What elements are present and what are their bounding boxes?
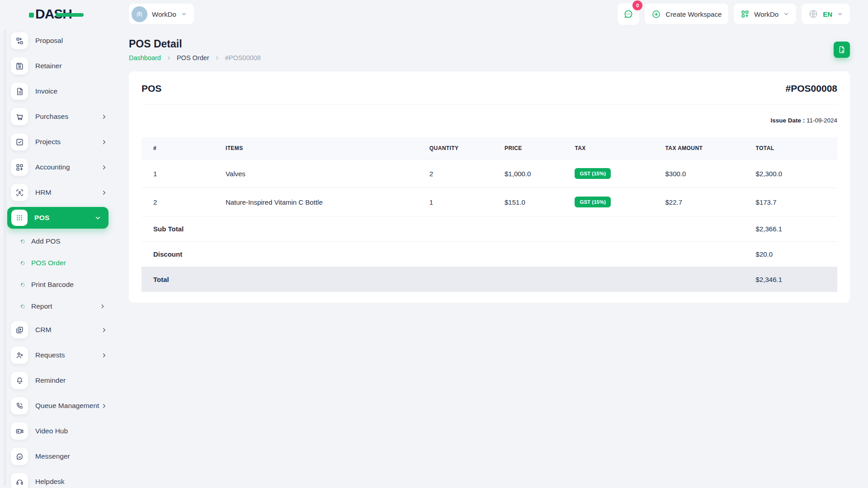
sidebar-item-hrm[interactable]: HRM: [0, 180, 118, 205]
cell-tax-amount: $300.0: [660, 160, 750, 188]
messages-button[interactable]: 0: [618, 3, 639, 25]
column-header-total: TOTAL: [750, 137, 837, 160]
sidebar-item-invoice[interactable]: Invoice: [0, 79, 118, 104]
chevron-down-icon: [94, 215, 101, 221]
sidebar-item-requests[interactable]: Requests: [0, 343, 118, 368]
chevron-right-icon: [101, 403, 108, 409]
projects-checkbox-icon: [11, 133, 28, 150]
create-workspace-button[interactable]: Create Workspace: [645, 4, 728, 24]
breadcrumb-dashboard-link[interactable]: Dashboard: [129, 54, 161, 61]
sidebar-item-pos-active[interactable]: POS: [7, 207, 108, 229]
sidebar-item-reminder[interactable]: Reminder: [0, 368, 118, 393]
issue-date-label: Issue Date :: [770, 117, 805, 124]
video-camera-icon: [11, 422, 28, 440]
breadcrumb-separator-icon: [214, 55, 220, 61]
chevron-right-icon: [101, 189, 108, 196]
globe-icon: [808, 9, 818, 19]
chevron-down-icon: [181, 11, 187, 17]
discount-label: Discount: [142, 242, 750, 267]
sidebar-scrollbar[interactable]: [4, 30, 6, 486]
sidebar-subitem-label: Add POS: [31, 237, 106, 245]
chevron-right-icon: [99, 303, 106, 310]
chevron-down-icon: [783, 11, 789, 17]
logo-dot-icon: [29, 13, 34, 18]
plus-circle-icon: [651, 9, 661, 19]
chevron-right-icon: [101, 113, 108, 120]
table-row: 1 Valves 2 $1,000.0 GST (15%) $300.0 $2,…: [142, 160, 837, 188]
create-workspace-label: Create Workspace: [665, 10, 722, 18]
user-plus-icon: [11, 347, 28, 364]
sidebar-subitem-label: POS Order: [31, 259, 106, 267]
sidebar-item-label: Accounting: [35, 163, 101, 171]
sidebar-item-accounting[interactable]: Accounting: [0, 155, 118, 180]
retainer-save-icon: [11, 57, 28, 75]
workspace-avatar: [132, 6, 147, 22]
card-divider: [142, 104, 837, 104]
language-selector[interactable]: EN: [802, 4, 850, 24]
submenu-bullet-icon: [20, 239, 26, 244]
column-header-items: ITEMS: [220, 137, 424, 160]
sidebar-item-label: Projects: [35, 138, 101, 146]
sidebar-item-crm[interactable]: CRM: [0, 317, 118, 343]
sidebar-item-label: Queue Management: [35, 402, 101, 410]
sidebar-subitem-label: Report: [31, 302, 99, 310]
main-content: POS Detail Dashboard POS Order #POS00008…: [118, 28, 868, 488]
subtotal-label: Sub Total: [142, 216, 750, 242]
sidebar-item-retainer[interactable]: Retainer: [0, 53, 118, 79]
sidebar-subitem-pos-order-active[interactable]: POS Order: [0, 252, 118, 274]
sidebar-item-label: CRM: [35, 326, 101, 334]
hrm-scan-user-icon: [11, 184, 28, 201]
sidebar-subitem-add-pos[interactable]: Add POS: [0, 230, 118, 252]
create-document-button[interactable]: [834, 42, 850, 58]
cell-tax-amount: $22.7: [660, 188, 750, 216]
subtotal-row: Sub Total $2,366.1: [142, 216, 837, 242]
workspace-switcher[interactable]: WorkDo: [129, 4, 194, 24]
column-header-quantity: QUANTITY: [424, 137, 499, 160]
cell-total: $2,300.0: [750, 160, 837, 188]
table-header-row: # ITEMS QUANTITY PRICE TAX TAX AMOUNT TO…: [142, 137, 837, 160]
grid-plus-icon: [741, 9, 750, 19]
submenu-bullet-icon: [20, 304, 26, 310]
discount-row: Discount $20.0: [142, 242, 837, 267]
purchases-cart-icon: [11, 108, 28, 125]
cell-total: $173.7: [750, 188, 837, 216]
cell-item: Nature-Inspired Vitamin C Bottle: [220, 188, 424, 216]
submenu-bullet-icon: [20, 282, 26, 288]
phone-call-icon: [11, 397, 28, 414]
sidebar-item-video-hub[interactable]: Video Hub: [0, 418, 118, 444]
workspace-menu-button[interactable]: WorkDo: [734, 4, 796, 24]
breadcrumb-separator-icon: [166, 55, 172, 61]
chevron-right-icon: [101, 139, 108, 145]
sidebar-item-label: Messenger: [35, 452, 108, 460]
total-label: Total: [142, 267, 750, 292]
sidebar-item-label: Proposal: [35, 37, 108, 45]
cell-item: Valves: [220, 160, 424, 188]
sidebar-subitem-report[interactable]: Report: [0, 296, 118, 317]
speech-bubble-icon: [11, 448, 28, 465]
cell-index: 1: [142, 160, 220, 188]
building-icon: [135, 10, 144, 19]
sidebar-nav: Proposal Retainer Invoice Purchases: [0, 28, 118, 488]
language-code: EN: [823, 10, 832, 18]
sidebar-subitem-print-barcode[interactable]: Print Barcode: [0, 274, 118, 296]
sidebar-item-projects[interactable]: Projects: [0, 129, 118, 155]
pos-items-table: # ITEMS QUANTITY PRICE TAX TAX AMOUNT TO…: [142, 137, 837, 292]
tax-badge: GST (15%): [575, 197, 611, 207]
cell-quantity: 2: [424, 160, 499, 188]
sidebar-item-proposal[interactable]: Proposal: [0, 28, 118, 53]
workspace-switcher-label: WorkDo: [152, 10, 176, 18]
sidebar-item-helpdesk[interactable]: Helpdesk: [0, 469, 118, 488]
column-header-tax: TAX: [569, 137, 660, 160]
chevron-down-icon: [837, 11, 843, 17]
sidebar-item-queue-management[interactable]: Queue Management: [0, 393, 118, 418]
proposal-swap-icon: [11, 32, 28, 49]
brand-logo[interactable]: DASH: [0, 6, 118, 22]
chevron-right-icon: [101, 164, 108, 171]
sidebar-item-label: Requests: [35, 351, 101, 359]
subtotal-value: $2,366.1: [750, 216, 837, 242]
workspace-menu-label: WorkDo: [754, 10, 778, 18]
breadcrumb-pos-order: POS Order: [177, 54, 209, 61]
sidebar-item-purchases[interactable]: Purchases: [0, 104, 118, 129]
sidebar-item-messenger[interactable]: Messenger: [0, 444, 118, 469]
table-row: 2 Nature-Inspired Vitamin C Bottle 1 $15…: [142, 188, 837, 216]
